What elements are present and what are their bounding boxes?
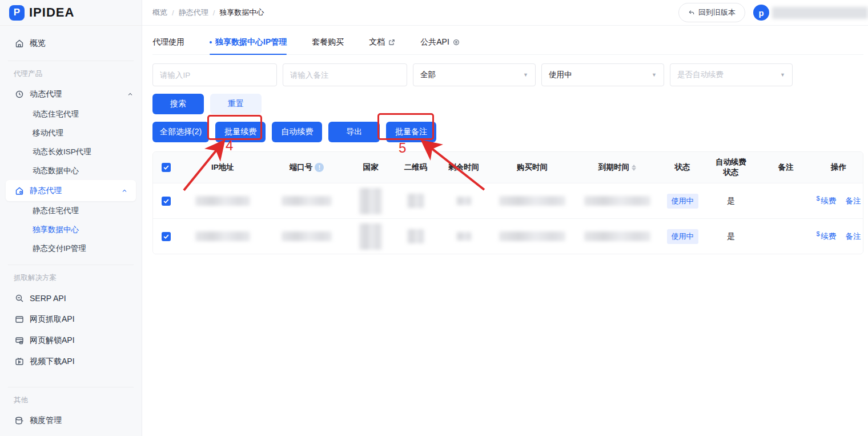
note-link[interactable]: 备注	[846, 196, 861, 206]
reset-button[interactable]: 重置	[210, 94, 262, 114]
remaining-time-redacted	[456, 197, 472, 205]
country-redacted	[359, 188, 382, 214]
tab-docs[interactable]: 文档	[369, 37, 395, 54]
column-remaining-time: 剩余时间	[437, 162, 490, 173]
select-all-checkbox[interactable]	[162, 163, 171, 172]
qrcode-redacted	[407, 229, 424, 243]
row-checkbox[interactable]	[162, 232, 171, 241]
back-arrow-icon	[688, 9, 695, 16]
sidebar-item-dynamic-isp[interactable]: 动态长效ISP代理	[0, 142, 142, 161]
sidebar-item-label: 静态交付IP管理	[33, 243, 86, 254]
renew-label: 续费	[821, 231, 837, 242]
sidebar-item-web-scraping-api[interactable]: 网页抓取API	[0, 309, 142, 330]
sidebar-item-label: 动态住宅代理	[33, 109, 79, 119]
chevron-up-icon	[127, 91, 134, 98]
sidebar-item-label: SERP API	[30, 294, 66, 303]
main-area: 概览 / 静态代理 / 独享数据中心 回到旧版本 p 代理使用 独享数据中心IP…	[142, 0, 868, 436]
unlock-icon	[15, 336, 24, 345]
note-label: 备注	[846, 196, 861, 206]
breadcrumb-separator: /	[213, 9, 215, 17]
note-search-input[interactable]	[283, 63, 407, 86]
tab-label: 套餐购买	[312, 37, 344, 47]
sidebar-item-mobile-proxy[interactable]: 移动代理	[0, 123, 142, 142]
tab-label: 文档	[369, 37, 385, 47]
sidebar-item-label: 视频下载API	[30, 357, 75, 367]
scope-select[interactable]: 全部 ▼	[413, 63, 536, 86]
breadcrumb-item[interactable]: 静态代理	[179, 7, 208, 18]
brand-logo[interactable]: P IPIDEA	[0, 0, 142, 26]
sidebar-item-dynamic-residential[interactable]: 动态住宅代理	[0, 105, 142, 123]
sidebar-item-dynamic-proxy[interactable]: 动态代理	[0, 83, 142, 105]
back-button-label: 回到旧版本	[698, 7, 736, 18]
static-proxy-icon	[15, 186, 24, 195]
batch-renew-button[interactable]: 批量续费	[215, 122, 266, 142]
back-to-old-version-button[interactable]: 回到旧版本	[678, 3, 745, 22]
breadcrumb-item[interactable]: 概览	[152, 7, 167, 18]
select-all-button[interactable]: 全部选择(2)	[152, 122, 209, 142]
auto-renew-select[interactable]: 是否自动续费 ▼	[670, 63, 793, 86]
search-actions: 搜索 重置	[152, 94, 863, 114]
auto-renew-value: 是	[727, 231, 735, 242]
ip-table: IP地址 端口号! 国家 二维码 剩余时间 购买时间 到期时间 状态 自动续费状…	[152, 151, 863, 254]
sidebar-item-dynamic-datacenter[interactable]: 动态数据中心	[0, 161, 142, 180]
sidebar-item-label: 独享数据中心	[33, 225, 79, 235]
row-checkbox[interactable]	[162, 197, 171, 206]
breadcrumb: 概览 / 静态代理 / 独享数据中心	[152, 7, 264, 18]
sidebar-item-static-ip-management[interactable]: 静态交付IP管理	[0, 239, 142, 258]
tab-public-api[interactable]: 公共API	[420, 37, 460, 54]
batch-actions: 全部选择(2) 批量续费 自动续费 导出 批量备注	[152, 122, 863, 142]
info-icon[interactable]: !	[315, 163, 324, 172]
sidebar-item-overview[interactable]: 概览	[0, 33, 142, 54]
sidebar-item-serp-api[interactable]: SERP API	[0, 287, 142, 309]
batch-note-button[interactable]: 批量备注	[386, 122, 436, 142]
sidebar-item-label: 动态代理	[30, 89, 62, 99]
auto-renew-button[interactable]: 自动续费	[272, 122, 322, 142]
sidebar-item-label: 动态长效ISP代理	[33, 147, 91, 157]
search-button[interactable]: 搜索	[152, 94, 204, 114]
tab-dedicated-datacenter-ip-management[interactable]: 独享数据中心IP管理	[210, 37, 287, 54]
ip-search-input[interactable]	[152, 63, 277, 86]
sidebar-item-label: 网页解锁API	[30, 335, 75, 346]
browser-icon	[15, 315, 24, 324]
renew-link[interactable]: $续费	[816, 231, 836, 242]
column-ip: IP地址	[179, 162, 266, 173]
status-badge: 使用中	[667, 194, 698, 209]
status-select[interactable]: 使用中 ▼	[541, 63, 664, 86]
expire-time-redacted	[584, 196, 650, 206]
sidebar-item-dedicated-datacenter[interactable]: 独享数据中心	[0, 220, 142, 239]
tab-plan-purchase[interactable]: 套餐购买	[312, 37, 344, 54]
external-link-icon	[388, 39, 395, 46]
tab-label: 代理使用	[152, 37, 184, 47]
column-operations: 操作	[814, 162, 863, 173]
port-redacted	[282, 231, 332, 241]
table-row: 使用中 是 $续费 备注	[153, 218, 863, 254]
ip-redacted	[195, 196, 250, 206]
sidebar-item-video-download-api[interactable]: 视频下载API	[0, 351, 142, 372]
renew-link[interactable]: $续费	[816, 196, 836, 206]
tab-bar: 代理使用 独享数据中心IP管理 套餐购买 文档 公共API	[152, 26, 863, 55]
purchase-time-redacted	[499, 231, 565, 241]
avatar-mark: p	[758, 8, 763, 18]
sort-icon[interactable]	[632, 165, 636, 171]
column-auto-renew-status: 自动续费状态	[705, 157, 757, 177]
check-icon	[163, 164, 170, 171]
filter-bar: 全部 ▼ 使用中 ▼ 是否自动续费 ▼	[152, 63, 863, 86]
country-redacted	[359, 223, 382, 250]
column-country: 国家	[347, 162, 394, 173]
note-link[interactable]: 备注	[846, 231, 861, 242]
check-icon	[163, 198, 170, 205]
sidebar-item-web-unlock-api[interactable]: 网页解锁API	[0, 330, 142, 351]
column-expire-time[interactable]: 到期时间	[574, 162, 660, 173]
export-button[interactable]: 导出	[328, 122, 380, 142]
tab-proxy-usage[interactable]: 代理使用	[152, 37, 184, 54]
remaining-time-redacted	[456, 232, 472, 241]
sidebar-item-quota-management[interactable]: 额度管理	[0, 410, 142, 431]
sidebar-item-static-proxy[interactable]: 静态代理	[6, 180, 136, 201]
active-dot-icon	[210, 41, 212, 43]
api-doc-icon	[453, 39, 460, 46]
tab-label: 公共API	[420, 37, 449, 47]
brand-logo-icon: P	[9, 5, 25, 21]
column-qrcode: 二维码	[394, 162, 437, 173]
avatar[interactable]: p	[753, 5, 769, 21]
sidebar-item-static-residential[interactable]: 静态住宅代理	[0, 201, 142, 220]
